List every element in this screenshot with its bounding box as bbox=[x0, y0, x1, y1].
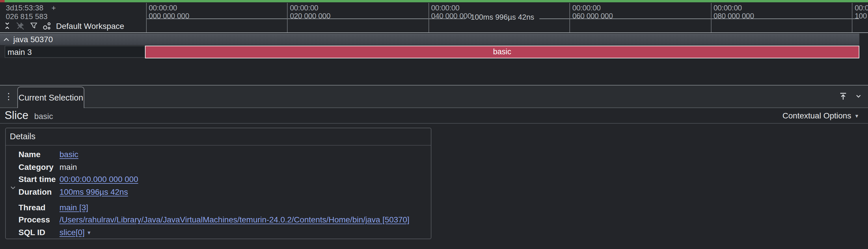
selection-duration-label: 100ms 996µs 42ns bbox=[471, 12, 534, 21]
ruler-gridline bbox=[287, 3, 288, 32]
tab-label: Current Selection bbox=[19, 93, 83, 102]
detail-label: Process bbox=[19, 215, 60, 224]
details-card: Details NamebasicCategorymainStart time0… bbox=[5, 127, 431, 239]
track-group-label: java 50370 bbox=[13, 35, 53, 44]
sql-id-dropdown-arrow-icon[interactable]: ▾ bbox=[88, 229, 90, 236]
slice-basic[interactable]: basic bbox=[145, 45, 859, 58]
details-card-header: Details bbox=[5, 128, 431, 145]
tick-time: 00:00:00 bbox=[290, 4, 330, 12]
tick-time: 00:00:00 bbox=[572, 4, 613, 12]
ruler-tick-label: 00:00:00060 000 000 bbox=[572, 4, 613, 21]
tick-frac: 100 000 000 bbox=[855, 12, 868, 21]
track-name-cell[interactable]: main 3 bbox=[5, 45, 145, 58]
detail-value: main bbox=[60, 162, 431, 172]
detail-value: slice[0]▾ bbox=[60, 228, 431, 237]
tab-bar-spacer bbox=[84, 85, 839, 107]
chevron-up-icon bbox=[3, 37, 10, 42]
slice-label: basic bbox=[493, 48, 511, 56]
bottom-tab-bar: ⋮ Current Selection bbox=[0, 85, 868, 108]
tab-bar-actions bbox=[839, 85, 868, 107]
detail-value: /Users/rahulrav/Library/Java/JavaVirtual… bbox=[60, 215, 431, 224]
ruler-gridline bbox=[569, 3, 570, 32]
trace-load-bar bbox=[0, 0, 868, 2]
time-ruler[interactable]: 100ms 996µs 42ns 00:00:00000 000 00000:0… bbox=[0, 2, 868, 32]
collapse-panel-chevron-icon[interactable] bbox=[854, 92, 863, 101]
ruler-gridline bbox=[852, 3, 852, 32]
selection-panel-header: Slice basic Contextual Options ▾ bbox=[0, 108, 868, 123]
current-selection-panel: Slice basic Contextual Options ▾ Details… bbox=[0, 108, 868, 249]
thread-track-row: main 3 basic bbox=[0, 45, 859, 58]
selection-name-subtitle: basic bbox=[34, 111, 53, 120]
tick-time: 00:00:00 bbox=[149, 4, 189, 12]
detail-value-link[interactable]: 00:00:00.000 000 000 bbox=[60, 175, 138, 184]
detail-value-link[interactable]: basic bbox=[60, 150, 78, 159]
detail-value-link[interactable]: main [3] bbox=[60, 203, 88, 212]
tick-frac: 040 000 000 bbox=[431, 12, 471, 21]
ruler-gridline bbox=[146, 3, 146, 32]
detail-value: 100ms 996µs 42ns bbox=[60, 187, 431, 196]
detail-row: SQL IDslice[0]▾ bbox=[5, 226, 431, 238]
detail-row: Namebasic bbox=[5, 148, 431, 161]
detail-value: basic bbox=[60, 150, 431, 159]
ruler-tick-label: 00:00:00000 000 000 bbox=[149, 4, 189, 21]
duration-expand-icon[interactable] bbox=[10, 186, 15, 189]
ruler-gridline bbox=[428, 3, 429, 32]
detail-value: 00:00:00.000 000 000 bbox=[60, 175, 431, 184]
ruler-tick-label: 00:00:00040 000 000 bbox=[431, 4, 471, 21]
detail-row: Process/Users/rahulrav/Library/Java/Java… bbox=[5, 214, 431, 226]
contextual-options-button[interactable]: Contextual Options ▾ bbox=[782, 111, 858, 120]
load-bar-green-segment bbox=[5, 0, 868, 2]
detail-row: Threadmain [3] bbox=[5, 201, 431, 214]
tick-time: 00:00:00 bbox=[855, 4, 868, 12]
detail-row: Duration100ms 996µs 42ns bbox=[5, 185, 431, 198]
expand-panel-icon[interactable] bbox=[839, 92, 848, 101]
load-bar-red-segment bbox=[0, 0, 5, 2]
tab-current-selection[interactable]: Current Selection bbox=[17, 87, 84, 108]
detail-value-link[interactable]: 100ms 996µs 42ns bbox=[60, 187, 128, 196]
tick-frac: 060 000 000 bbox=[572, 12, 613, 21]
detail-value-text: main bbox=[60, 162, 77, 172]
detail-value: main [3] bbox=[60, 203, 431, 212]
tick-time: 00:00:00 bbox=[431, 4, 471, 12]
perfetto-app: 3d15:53:38+026 815 583 Default Workspace… bbox=[0, 0, 868, 249]
track-name-label: main 3 bbox=[7, 47, 32, 56]
detail-label: Thread bbox=[19, 203, 60, 212]
ruler-gridline bbox=[711, 3, 711, 32]
detail-value-link[interactable]: slice[0] bbox=[60, 228, 85, 237]
detail-value-link[interactable]: /Users/rahulrav/Library/Java/JavaVirtual… bbox=[60, 215, 409, 224]
detail-label: Start time bbox=[19, 175, 60, 184]
detail-label: SQL ID bbox=[19, 228, 60, 237]
ruler-tick-label: 00:00:00080 000 000 bbox=[714, 4, 754, 21]
tick-frac: 000 000 000 bbox=[149, 12, 189, 21]
tab-menu-kebab-icon[interactable]: ⋮ bbox=[0, 85, 17, 107]
contextual-options-label: Contextual Options bbox=[782, 111, 851, 120]
tick-frac: 020 000 000 bbox=[290, 12, 330, 21]
selection-type-title: Slice bbox=[5, 109, 28, 122]
tick-frac: 080 000 000 bbox=[714, 12, 754, 21]
track-group-java[interactable]: java 50370 bbox=[0, 33, 859, 45]
timeline-header: 3d15:53:38+026 815 583 Default Workspace… bbox=[0, 2, 868, 33]
details-rows: NamebasicCategorymainStart time00:00:00.… bbox=[5, 145, 431, 238]
tick-time: 00:00:00 bbox=[714, 4, 754, 12]
dropdown-arrow-icon: ▾ bbox=[855, 112, 858, 119]
detail-label: Duration bbox=[19, 187, 60, 196]
ruler-tick-label: 00:00:00100 000 000 bbox=[855, 4, 868, 21]
detail-label: Name bbox=[19, 150, 60, 159]
ruler-tick-label: 00:00:00020 000 000 bbox=[290, 4, 330, 21]
detail-label: Category bbox=[19, 162, 60, 172]
detail-row: Start time00:00:00.000 000 000 bbox=[5, 173, 431, 185]
detail-row: Categorymain bbox=[5, 161, 431, 173]
